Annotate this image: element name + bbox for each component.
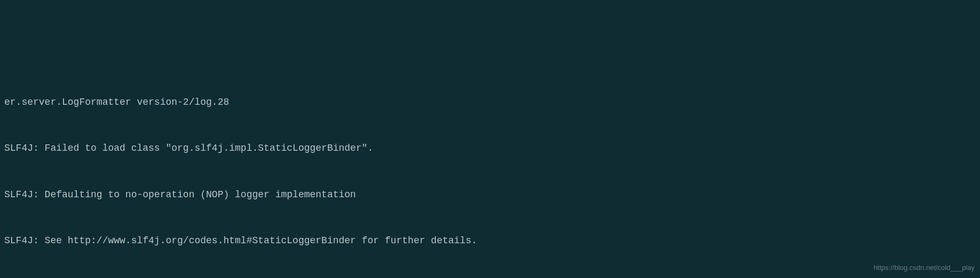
log-line: SLF4J: Failed to load class "org.slf4j.i… xyxy=(4,141,976,156)
log-line: er.server.LogFormatter version-2/log.28 xyxy=(4,95,976,110)
watermark-text: https://blog.csdn.net/cold___play xyxy=(874,262,975,274)
log-line: SLF4J: Defaulting to no-operation (NOP) … xyxy=(4,187,976,203)
log-line: SLF4J: See http://www.slf4j.org/codes.ht… xyxy=(4,233,976,249)
terminal-output: er.server.LogFormatter version-2/log.28 … xyxy=(4,64,976,278)
